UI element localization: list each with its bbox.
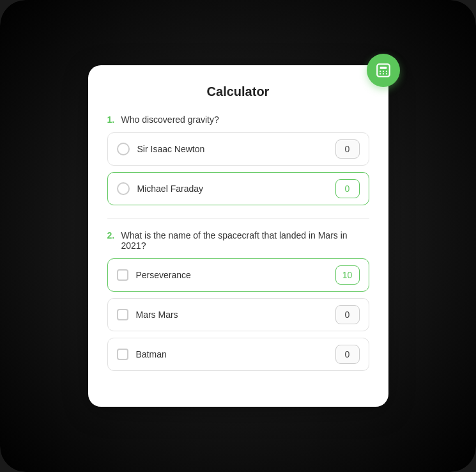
q2-option-2[interactable]: Mars Mars 0 <box>107 298 369 331</box>
divider <box>107 218 369 219</box>
card-title: Calculator <box>107 84 369 99</box>
svg-rect-1 <box>380 67 387 69</box>
q2-option-3-label: Batman <box>136 349 335 359</box>
q2-option-2-label: Mars Mars <box>136 310 335 320</box>
question-2-section: 2. What is the name of the spacecraft th… <box>107 230 369 371</box>
calculator-icon <box>367 54 400 87</box>
calculator-card: Calculator 1. Who discovered gravity? Si… <box>88 65 388 407</box>
q1-option-1-score: 0 <box>335 139 360 159</box>
q2-option-3[interactable]: Batman 0 <box>107 338 369 371</box>
svg-point-4 <box>385 71 387 72</box>
q2-option-2-score: 0 <box>335 305 360 324</box>
question-1-number: 1. <box>107 114 119 125</box>
background: Calculator 1. Who discovered gravity? Si… <box>0 0 476 472</box>
q2-option-3-score: 0 <box>335 345 360 364</box>
question-2-number: 2. <box>107 230 119 240</box>
q1-option-2-score: 0 <box>335 179 360 198</box>
q1-option-2-label: Michael Faraday <box>137 184 335 194</box>
q2-option-1[interactable]: Perseverance 10 <box>107 258 369 292</box>
svg-rect-0 <box>377 64 390 77</box>
q2-checkbox-3[interactable] <box>117 349 128 360</box>
q1-option-1-label: Sir Isaac Newton <box>137 144 335 154</box>
question-1-label: 1. Who discovered gravity? <box>107 114 369 125</box>
svg-point-5 <box>380 73 381 74</box>
q1-radio-1[interactable] <box>117 143 130 155</box>
q2-checkbox-2[interactable] <box>117 309 128 320</box>
svg-point-2 <box>380 71 381 72</box>
svg-point-3 <box>382 71 383 72</box>
question-1-section: 1. Who discovered gravity? Sir Isaac New… <box>107 114 369 205</box>
q1-option-2[interactable]: Michael Faraday 0 <box>107 172 369 205</box>
q1-option-1[interactable]: Sir Isaac Newton 0 <box>107 132 369 166</box>
question-2-label: 2. What is the name of the spacecraft th… <box>107 230 369 251</box>
q2-option-1-label: Perseverance <box>136 270 335 280</box>
question-1-text: Who discovered gravity? <box>121 114 219 125</box>
svg-point-7 <box>385 73 387 74</box>
svg-point-6 <box>382 73 383 74</box>
q2-option-1-score: 10 <box>335 265 360 285</box>
question-2-text: What is the name of the spacecraft that … <box>121 230 369 251</box>
q1-radio-2[interactable] <box>117 182 130 195</box>
q2-checkbox-1[interactable] <box>117 269 128 281</box>
